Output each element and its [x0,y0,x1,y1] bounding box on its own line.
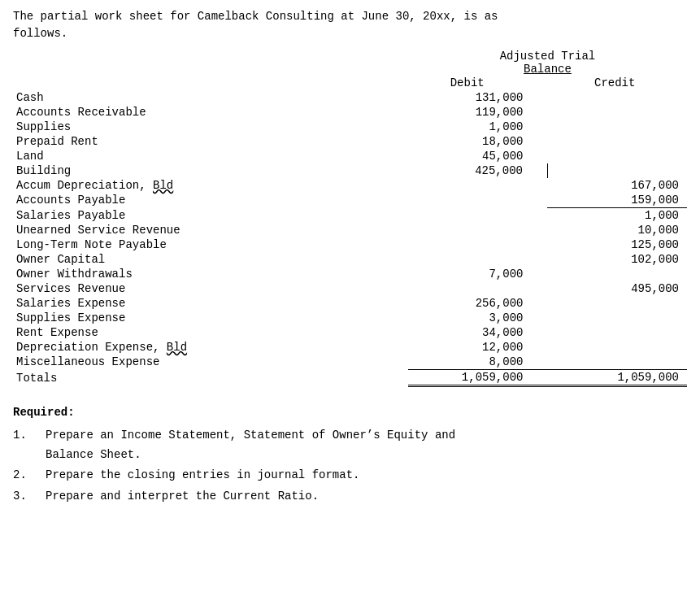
worksheet: Adjusted Trial Balance Debit Credit Cash… [13,49,687,387]
table-row: Accum Depreciation, Bld167,000 [13,178,687,193]
table-row: Supplies Expense3,000 [13,311,687,325]
credit-cell: 495,000 [547,281,687,296]
credit-cell [547,355,687,370]
account-cell: Accounts Payable [13,193,408,208]
credit-cell: 10,000 [547,223,687,237]
req-num: 2. [13,466,46,485]
credit-col-header: Credit [547,76,687,90]
credit-cell: 159,000 [547,193,687,208]
intro-line1: The partial work sheet for Camelback Con… [13,10,498,23]
credit-cell: 1,059,000 [547,370,687,386]
debit-cell: 1,059,000 [408,370,548,386]
credit-cell: 167,000 [547,178,687,193]
table-row: Land45,000 [13,149,687,163]
debit-cell [408,208,548,224]
credit-cell [547,149,687,163]
debit-cell: 119,000 [408,105,548,120]
credit-cell [547,134,687,149]
table-row: Totals1,059,0001,059,000 [13,370,687,386]
required-section: Required: 1.Prepare an Income Statement,… [13,403,687,507]
table-row: Unearned Service Revenue10,000 [13,223,687,237]
credit-cell: 102,000 [547,252,687,267]
credit-cell [547,120,687,134]
account-cell: Totals [13,370,408,386]
debit-cell [408,281,548,296]
account-col-spacer [13,76,408,90]
debit-cell: 8,000 [408,355,548,370]
debit-cell: 425,000 [408,163,548,178]
debit-cell [408,252,548,267]
account-cell: Services Revenue [13,281,408,296]
debit-cell: 131,000 [408,90,548,105]
account-cell: Salaries Payable [13,208,408,224]
account-cell: Supplies [13,120,408,134]
debit-cell: 34,000 [408,325,548,340]
debit-cell [408,178,548,193]
account-cell: Miscellaneous Expense [13,355,408,370]
table-row: Accounts Receivable119,000 [13,105,687,120]
intro-text: The partial work sheet for Camelback Con… [13,8,687,42]
account-cell: Long-Term Note Payable [13,237,408,252]
debit-cell: 7,000 [408,267,548,281]
table-row: Prepaid Rent18,000 [13,134,687,149]
req-num: 1. [13,426,46,465]
trial-balance-table: Adjusted Trial Balance Debit Credit Cash… [13,49,687,387]
credit-cell [547,340,687,355]
account-cell: Rent Expense [13,325,408,340]
table-row: Long-Term Note Payable125,000 [13,237,687,252]
account-cell: Supplies Expense [13,311,408,325]
debit-cell: 18,000 [408,134,548,149]
req-text: Prepare and interpret the Current Ratio. [46,487,319,507]
required-title: Required: [13,403,687,423]
account-cell: Owner Capital [13,252,408,267]
required-item: 2.Prepare the closing entries in journal… [13,466,687,485]
required-item: 1.Prepare an Income Statement, Statement… [13,426,687,465]
adjusted-trial-balance-header: Adjusted Trial Balance [408,49,687,76]
table-row: Accounts Payable159,000 [13,193,687,208]
table-row: Rent Expense34,000 [13,325,687,340]
account-cell: Accounts Receivable [13,105,408,120]
table-row: Salaries Payable1,000 [13,208,687,224]
account-cell: Prepaid Rent [13,134,408,149]
debit-cell: 256,000 [408,296,548,311]
table-row: Miscellaneous Expense8,000 [13,355,687,370]
credit-cell [547,311,687,325]
account-cell: Accum Depreciation, Bld [13,178,408,193]
required-item: 3.Prepare and interpret the Current Rati… [13,487,687,507]
credit-cell: 1,000 [547,208,687,224]
credit-cell [547,90,687,105]
table-row: Supplies1,000 [13,120,687,134]
table-row: Owner Capital102,000 [13,252,687,267]
account-cell: Depreciation Expense, Bld [13,340,408,355]
req-num: 3. [13,487,46,507]
table-row: Depreciation Expense, Bld12,000 [13,340,687,355]
req-text: Prepare the closing entries in journal f… [46,466,359,485]
account-cell: Cash [13,90,408,105]
account-cell: Owner Withdrawals [13,267,408,281]
table-row: Salaries Expense256,000 [13,296,687,311]
table-row: Cash131,000 [13,90,687,105]
table-row: Owner Withdrawals7,000 [13,267,687,281]
debit-cell [408,223,548,237]
credit-cell [547,296,687,311]
account-cell: Salaries Expense [13,296,408,311]
table-row: Services Revenue495,000 [13,281,687,296]
req-text: Prepare an Income Statement, Statement o… [46,426,455,465]
credit-cell [547,163,687,178]
intro-line2: follows. [13,27,67,40]
account-col-header [13,49,408,76]
account-cell: Unearned Service Revenue [13,223,408,237]
debit-cell [408,237,548,252]
debit-cell: 3,000 [408,311,548,325]
debit-cell: 45,000 [408,149,548,163]
debit-cell: 12,000 [408,340,548,355]
credit-cell [547,105,687,120]
table-row: Building425,000 [13,163,687,178]
debit-cell [408,193,548,208]
credit-cell: 125,000 [547,237,687,252]
debit-cell: 1,000 [408,120,548,134]
credit-cell [547,267,687,281]
account-cell: Building [13,163,408,178]
account-cell: Land [13,149,408,163]
credit-cell [547,325,687,340]
